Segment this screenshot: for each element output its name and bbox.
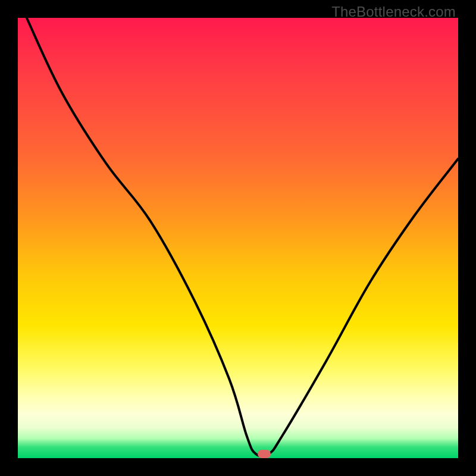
minimum-marker: [258, 450, 271, 458]
bottleneck-curve: [18, 18, 458, 458]
plot-area: [18, 18, 458, 458]
chart-frame: TheBottleneck.com: [0, 0, 476, 476]
